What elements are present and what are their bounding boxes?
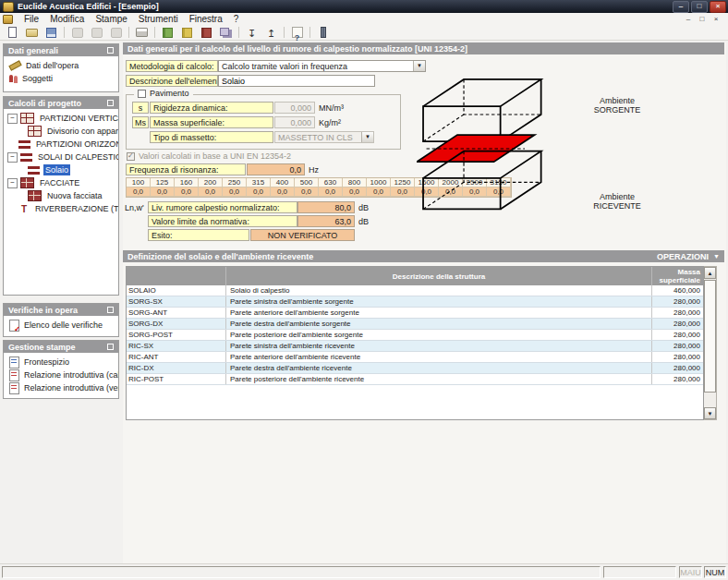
descrizione-input[interactable] (218, 75, 375, 87)
sidebar-item-relazione-calcoli[interactable]: Relazione introduttiva (calcoli) (4, 369, 118, 381)
table-header-row: Descrizione della struttura Massa superf… (127, 267, 703, 285)
search-files-button[interactable] (87, 25, 106, 41)
search-icon (72, 28, 83, 38)
pin-icon[interactable] (107, 47, 114, 54)
pin-icon[interactable] (107, 344, 114, 350)
new-facade-icon (28, 190, 42, 201)
caret-down-icon: ▼ (713, 253, 720, 260)
metodologia-select[interactable]: Calcolo tramite valori in frequenza ▼ (218, 60, 426, 72)
search-button[interactable] (67, 25, 87, 41)
tree-item-partizioni-orizzontali[interactable]: PARTIZIONI ORIZZONTALI (4, 138, 118, 151)
table-row-sorg-sx[interactable]: SORG-SXParete sinistra dell'ambiente sor… (127, 296, 703, 308)
tree-item-solai-di-calpestio[interactable]: −SOLAI DI CALPESTIO (4, 151, 118, 163)
menu-modifica[interactable]: Modifica (44, 13, 90, 25)
close-button[interactable]: × (710, 1, 726, 13)
table-scrollbar[interactable]: ▲ ▼ (704, 266, 717, 420)
toolbar-separator (154, 27, 155, 38)
valori-calcolati-row: Valori calcolati in base a UNI EN 12354-… (127, 151, 291, 161)
pavimento-checkbox[interactable] (138, 90, 146, 98)
maximize-button[interactable]: □ (691, 1, 708, 13)
sidebar-item-elenco-verifiche[interactable]: Elenco delle verifiche (4, 319, 118, 332)
freq-band-header: 125 (151, 178, 175, 187)
frequenza-unit: Hz (309, 163, 319, 175)
open-button[interactable] (22, 25, 42, 41)
collapse-icon[interactable]: − (7, 152, 18, 163)
tree-item-nuova-facciata[interactable]: Nuova facciata (4, 189, 118, 202)
menu-help[interactable]: ? (228, 13, 245, 25)
minimize-button[interactable]: ‒ (673, 1, 689, 13)
limite-value: 63,0 (297, 215, 355, 227)
help-button[interactable] (287, 25, 307, 41)
books-copy-button[interactable] (216, 25, 236, 41)
people-icon (9, 75, 13, 82)
mass-column-header[interactable]: Massa superficiale (652, 267, 703, 285)
panel-title: Verifiche in opera (8, 306, 78, 315)
print-button[interactable] (132, 25, 152, 41)
sidebar-item-soggetti[interactable]: Soggetti (4, 72, 118, 85)
valori-calcolati-label: Valori calcolati in base a UNI EN 12354-… (139, 151, 291, 161)
collapse-icon[interactable]: − (7, 114, 18, 124)
pavimento-groupbox: Pavimento s Rigidezza dinamica: 0,000 MN… (126, 94, 401, 150)
caps-lock-indicator: MAIU (679, 566, 702, 578)
new-button[interactable] (3, 25, 22, 41)
table-row-ric-ant[interactable]: RIC-ANTParete anteriore dell'ambiente ri… (127, 352, 703, 363)
collapse-icon[interactable]: − (7, 178, 18, 188)
scroll-down-icon[interactable]: ▼ (704, 407, 716, 419)
operazioni-button[interactable]: OPERAZIONI ▼ (657, 252, 720, 261)
book-green-button[interactable] (158, 25, 177, 41)
book-yellow-button[interactable] (177, 25, 197, 41)
tree-item-divisorio-con-appartamento[interactable]: Divisorio con appartamento (4, 125, 118, 138)
toolbar (0, 25, 728, 41)
table-row-sorg-dx[interactable]: SORG-DXParete destra dell'ambiente sorge… (127, 319, 703, 330)
mdi-close-button[interactable]: × (710, 14, 722, 25)
menu-finestra[interactable]: Finestra (184, 13, 228, 25)
column-button[interactable] (313, 25, 333, 41)
menu-stampe[interactable]: Stampe (90, 13, 132, 25)
lnw-unit: dB (358, 201, 369, 213)
chevron-down-icon[interactable]: ▼ (413, 61, 425, 71)
tree-item-riverberazione-t60[interactable]: RIVERBERAZIONE (T60) (4, 202, 118, 215)
sidebar-item-frontespizio[interactable]: Frontespizio (4, 356, 118, 369)
tree-item-partizioni-verticali[interactable]: −PARTIZIONI VERTICALI (4, 112, 118, 125)
book-red-button[interactable] (197, 25, 216, 41)
sidebar-item-relazione-verifiche[interactable]: Relazione introduttiva (verifiche) (4, 381, 118, 394)
freq-band-header: 800 (343, 178, 367, 187)
tree-item-facciate[interactable]: −FACCIATE (4, 176, 118, 189)
search-files-icon (91, 28, 103, 38)
table-row-solaio[interactable]: SOLAIOSolaio di calpestio460,000 (127, 285, 703, 296)
print-icon (136, 28, 148, 37)
menu-strumenti[interactable]: Strumenti (133, 13, 184, 25)
freq-band-header: 315 (247, 178, 271, 187)
menu-file[interactable]: File (18, 13, 44, 25)
freq-value-cell: 0,0 (199, 187, 223, 197)
rigidezza-unit: MN/m³ (319, 102, 344, 114)
search-replace-button[interactable] (106, 25, 126, 41)
massetto-select: MASSETTO IN CLS ▼ (274, 131, 374, 143)
arrow-down-button[interactable] (242, 25, 261, 41)
table-row-sorg-ant[interactable]: SORG-ANTParete anteriore dell'ambiente s… (127, 308, 703, 319)
tree-item-solaio[interactable]: Solaio (4, 163, 118, 176)
toolbar-separator (128, 27, 129, 38)
table-row-ric-post[interactable]: RIC-POSTParete posteriore dell'ambiente … (127, 374, 703, 385)
book-red-icon (201, 28, 212, 38)
freq-band-header: 160 (175, 178, 199, 187)
table-row-ric-dx[interactable]: RIC-DXParete destra dell'ambiente riceve… (127, 363, 703, 374)
save-button[interactable] (42, 25, 61, 41)
mdi-minimize-button[interactable]: ‒ (683, 14, 694, 25)
description-column-header[interactable]: Descrizione della struttura (226, 267, 652, 285)
freq-value-cell: 0,0 (367, 187, 391, 197)
panel-gestione-stampe: Gestione stampe Frontespizio Relazione i… (3, 340, 119, 399)
table-row-sorg-post[interactable]: SORG-POSTParete posteriore dell'ambiente… (127, 330, 703, 341)
pin-icon[interactable] (107, 100, 114, 106)
scroll-up-icon[interactable]: ▲ (704, 267, 716, 279)
pin-icon[interactable] (107, 307, 114, 313)
status-message-panel (2, 566, 601, 578)
scrollbar-thumb[interactable] (704, 280, 716, 393)
print-document-icon (9, 356, 19, 369)
table-row-ric-sx[interactable]: RIC-SXParete sinistra dell'ambiente rice… (127, 341, 703, 352)
mdi-restore-button[interactable]: □ (697, 14, 708, 25)
sidebar-item-dati-dellopera[interactable]: Dati dell'opera (4, 59, 118, 72)
arrow-up-button[interactable] (261, 25, 281, 41)
book-yellow-icon (182, 28, 192, 38)
window-title: Euclide Acustica Edifici - [Esempio] (18, 2, 673, 11)
